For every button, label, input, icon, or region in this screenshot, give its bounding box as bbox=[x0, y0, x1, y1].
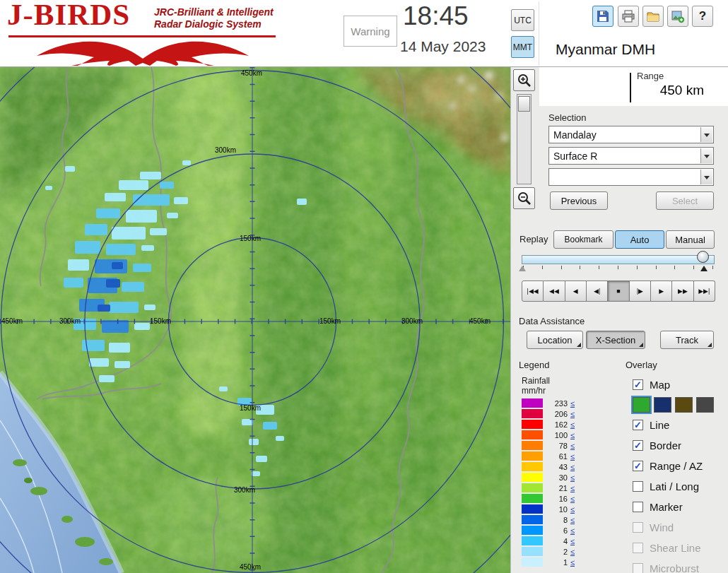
playback-row: |◀◀◀◀◀◀|■|▶▶▶▶▶▶| bbox=[522, 280, 715, 302]
zoom-slider-thumb[interactable] bbox=[518, 96, 530, 112]
legend-swatch bbox=[522, 494, 543, 503]
track-button[interactable]: Track bbox=[660, 331, 714, 349]
replay-manual-button[interactable]: Manual bbox=[666, 230, 715, 249]
logo-subtitle-line2: Radar Dialogic System bbox=[154, 18, 274, 30]
replay-auto-button[interactable]: Auto bbox=[615, 230, 664, 249]
overlay-item-label: Map bbox=[650, 379, 670, 391]
timezone-mmt-button[interactable]: MMT bbox=[511, 36, 534, 58]
playback-step-forward-button[interactable]: |▶ bbox=[630, 280, 651, 302]
legend-value: 30 bbox=[548, 473, 568, 482]
chevron-down-icon[interactable] bbox=[700, 170, 712, 184]
svg-text:150km: 150km bbox=[319, 317, 341, 325]
control-panel: Range 450 km Selection Mandalay Surface … bbox=[510, 67, 728, 573]
map-color-green-button[interactable] bbox=[633, 397, 650, 413]
checkbox[interactable] bbox=[633, 481, 643, 492]
timezone-utc-button[interactable]: UTC bbox=[511, 9, 534, 31]
timeline-tick bbox=[656, 266, 657, 269]
legend-swatch bbox=[522, 526, 543, 535]
playback-skip-start-button[interactable]: |◀◀ bbox=[522, 280, 544, 302]
extra-dropdown[interactable] bbox=[548, 168, 714, 186]
save-button[interactable] bbox=[592, 6, 613, 27]
svg-text:450km: 450km bbox=[1, 317, 23, 325]
map-color-olive-button[interactable] bbox=[675, 397, 693, 413]
open-folder-button[interactable] bbox=[642, 6, 664, 27]
clock-time: 18:45 bbox=[403, 1, 469, 31]
legend-le-symbol: ≤ bbox=[570, 558, 575, 567]
range-display: Range 450 km bbox=[539, 67, 728, 106]
header-bar: J-BIRDS JRC-Brilliant & Intelligent Rada… bbox=[0, 0, 728, 67]
zoom-out-button[interactable] bbox=[513, 187, 535, 209]
overlay-item-marker[interactable]: Marker bbox=[633, 497, 727, 517]
playback-forward-button[interactable]: ▶ bbox=[651, 280, 672, 302]
legend-row: 21≤ bbox=[522, 483, 575, 493]
timeline-slider-thumb[interactable] bbox=[697, 251, 709, 263]
warning-indicator[interactable]: Warning bbox=[344, 16, 397, 47]
product-dropdown-value: Surface R bbox=[553, 150, 597, 162]
checkbox[interactable]: ✓ bbox=[633, 461, 643, 471]
legend-unit-line1: Rainfall bbox=[522, 376, 550, 386]
legend-row: 78≤ bbox=[522, 440, 575, 451]
playback-step-back-button[interactable]: ◀| bbox=[587, 280, 608, 302]
select-button[interactable]: Select bbox=[656, 191, 714, 210]
zoom-in-button[interactable] bbox=[513, 69, 535, 91]
legend-le-symbol: ≤ bbox=[570, 442, 575, 450]
legend-row: 16≤ bbox=[522, 493, 575, 504]
legend-le-symbol: ≤ bbox=[570, 410, 575, 418]
product-dropdown[interactable]: Surface R bbox=[548, 147, 714, 165]
playback-rewind-button[interactable]: ◀ bbox=[565, 280, 587, 302]
previous-button[interactable]: Previous bbox=[550, 191, 608, 210]
map-color-gray-button[interactable] bbox=[696, 397, 714, 413]
legend-value: 206 bbox=[548, 410, 568, 418]
help-button[interactable]: ? bbox=[692, 6, 713, 27]
checkbox[interactable]: ✓ bbox=[633, 420, 643, 430]
checkbox[interactable] bbox=[633, 502, 643, 512]
legend-row: 4≤ bbox=[522, 536, 575, 546]
overlay-item-range-az[interactable]: ✓Range / AZ bbox=[633, 456, 727, 476]
overlay-item-label: Microburst bbox=[650, 562, 699, 573]
radar-map[interactable]: 450km 300km 150km 450km 300km 150km 150k… bbox=[0, 67, 510, 573]
x-section-button[interactable]: X-Section bbox=[586, 331, 645, 349]
svg-text:450km: 450km bbox=[240, 563, 261, 571]
legend-value: 8 bbox=[548, 516, 568, 524]
playback-fast-rewind-button[interactable]: ◀◀ bbox=[544, 280, 565, 302]
overlay-item-border[interactable]: ✓Border bbox=[633, 435, 727, 456]
timeline-tick bbox=[712, 266, 713, 269]
export-image-button[interactable] bbox=[667, 6, 688, 27]
timeline-slider[interactable] bbox=[522, 255, 715, 264]
overlay-item-label: Line bbox=[650, 419, 669, 431]
folder-icon bbox=[646, 9, 660, 23]
checkbox[interactable]: ✓ bbox=[633, 379, 643, 390]
zoom-slider[interactable] bbox=[517, 94, 532, 184]
print-button[interactable] bbox=[618, 6, 639, 27]
overlay-item-label: Shear Line bbox=[650, 542, 701, 554]
checkbox[interactable]: ✓ bbox=[633, 440, 643, 451]
legend-swatch bbox=[522, 430, 543, 439]
chevron-down-icon[interactable] bbox=[700, 148, 712, 163]
site-dropdown-value: Mandalay bbox=[553, 129, 597, 141]
overlay-item-line[interactable]: ✓Line bbox=[633, 415, 727, 435]
legend-swatch bbox=[522, 409, 543, 418]
location-button[interactable]: Location bbox=[527, 331, 583, 349]
timeline-tick bbox=[580, 266, 580, 269]
replay-bookmark-button[interactable]: Bookmark bbox=[553, 230, 613, 249]
image-export-icon bbox=[671, 9, 685, 23]
header-separator bbox=[539, 1, 539, 66]
map-color-navy-button[interactable] bbox=[654, 397, 671, 413]
legend-value: 6 bbox=[548, 526, 568, 535]
range-value: 450 km bbox=[660, 83, 704, 98]
playback-skip-end-button[interactable]: ▶▶| bbox=[694, 280, 715, 302]
chevron-down-icon[interactable] bbox=[700, 127, 712, 142]
app-logo: J-BIRDS bbox=[7, 0, 130, 32]
playback-stop-button[interactable]: ■ bbox=[608, 280, 629, 302]
replay-label: Replay bbox=[519, 234, 548, 244]
overlay-item-map[interactable]: ✓Map bbox=[633, 374, 727, 395]
legend-value: 43 bbox=[548, 463, 568, 471]
legend-row: 1≤ bbox=[522, 557, 575, 567]
playback-fast-forward-button[interactable]: ▶▶ bbox=[672, 280, 693, 302]
legend-swatch bbox=[522, 451, 543, 461]
overlay-item-lati-long[interactable]: Lati / Long bbox=[633, 476, 727, 497]
legend-swatch bbox=[522, 504, 543, 514]
legend-row: 8≤ bbox=[522, 514, 575, 525]
site-dropdown[interactable]: Mandalay bbox=[548, 126, 714, 143]
logo-subtitle-line1: JRC-Brilliant & Intelligent bbox=[154, 6, 274, 18]
